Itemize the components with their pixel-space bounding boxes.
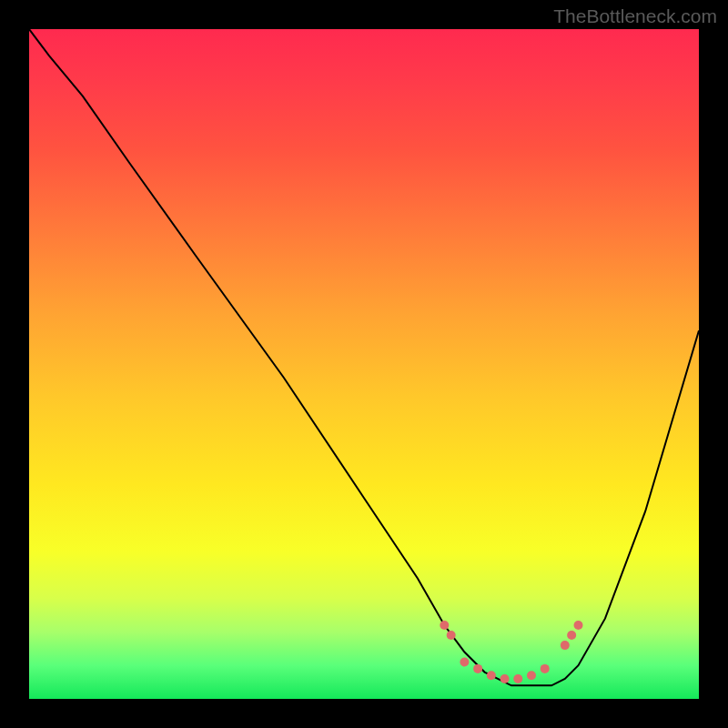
optimal-range-dots-svg xyxy=(29,29,699,699)
optimal-range-dots-group xyxy=(440,621,582,683)
optimal-dot xyxy=(541,664,550,673)
optimal-dot xyxy=(574,621,583,630)
optimal-dot xyxy=(440,621,449,630)
optimal-dot xyxy=(447,631,456,640)
optimal-dot xyxy=(487,671,496,680)
watermark-text: TheBottleneck.com xyxy=(553,5,717,27)
optimal-dot xyxy=(500,674,510,683)
optimal-dot xyxy=(473,664,482,673)
optimal-dot xyxy=(460,658,469,667)
optimal-dot xyxy=(567,631,576,640)
optimal-dot xyxy=(513,674,522,683)
chart-plot-area xyxy=(29,29,699,699)
optimal-dot xyxy=(561,641,570,650)
optimal-dot xyxy=(527,671,536,680)
